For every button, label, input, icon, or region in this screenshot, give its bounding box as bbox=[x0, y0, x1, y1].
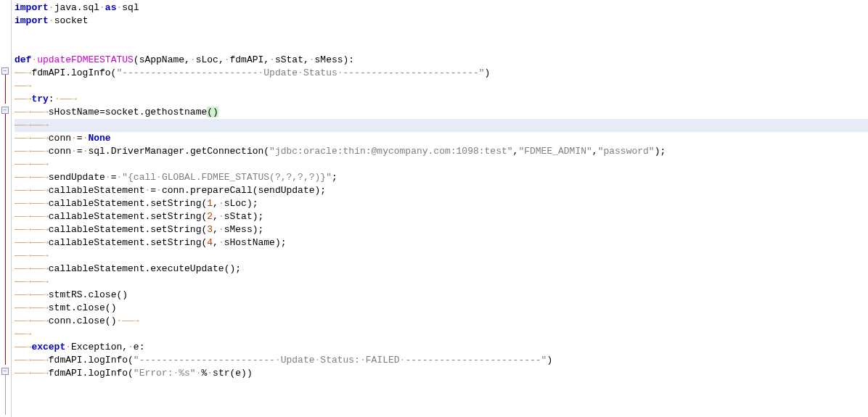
code-token: GLOBAL.FDMEE_STATUS(?,?,?,?)}" bbox=[162, 172, 332, 183]
code-token: ------------------------" bbox=[405, 355, 546, 366]
code-line[interactable]: ——→ bbox=[15, 80, 868, 93]
whitespace-tab: ——→ bbox=[15, 224, 31, 235]
whitespace-space: · bbox=[218, 198, 224, 209]
code-token: ) bbox=[546, 355, 552, 366]
whitespace-tab: ——→ bbox=[31, 146, 48, 157]
code-line[interactable]: ——→ bbox=[15, 328, 868, 341]
code-line[interactable]: ——→except·Exception,·e: bbox=[15, 341, 868, 354]
code-line-current[interactable]: ——→——→ bbox=[15, 119, 868, 132]
whitespace-tab: ——→ bbox=[31, 237, 48, 248]
code-token: ; bbox=[332, 172, 337, 183]
whitespace-tab: ——→ bbox=[15, 211, 31, 222]
whitespace-tab: ——→ bbox=[15, 133, 31, 144]
whitespace-tab: ——→ bbox=[31, 120, 48, 131]
code-token: sHostName=socket.gethostname bbox=[49, 107, 207, 117]
code-line[interactable]: ——→——→fdmAPI.logInfo("Error:·%s"·%·str(e… bbox=[15, 367, 868, 380]
code-token: sStat); bbox=[224, 211, 264, 222]
whitespace-space: · bbox=[156, 185, 162, 196]
code-token: FAILED bbox=[366, 355, 400, 366]
whitespace-space: · bbox=[218, 224, 224, 235]
code-token: ( bbox=[207, 107, 213, 117]
code-token: sLoc); bbox=[224, 198, 258, 209]
code-line[interactable]: ——→——→sendUpdate·=·"{call·GLOBAL.FDMEE_S… bbox=[15, 171, 868, 184]
code-line[interactable]: ——→——→conn.close()·——→ bbox=[15, 315, 868, 328]
whitespace-tab: ——→ bbox=[15, 289, 31, 300]
code-token: e: bbox=[134, 342, 145, 352]
code-line[interactable]: import·socket bbox=[15, 15, 868, 28]
code-token: = bbox=[77, 146, 83, 157]
whitespace-space: · bbox=[190, 54, 196, 65]
code-token: callableStatement.setString( bbox=[49, 211, 207, 222]
whitespace-tab: ——→ bbox=[15, 329, 31, 339]
code-token: sHostName); bbox=[224, 237, 287, 248]
code-line[interactable]: ——→——→callableStatement.setString(1,·sLo… bbox=[15, 197, 868, 210]
code-token: = bbox=[77, 133, 83, 144]
whitespace-space: · bbox=[218, 211, 224, 222]
code-token: "jdbc:oracle:thin:@mycompany.com:1098:te… bbox=[269, 146, 512, 157]
whitespace-space: · bbox=[337, 67, 343, 78]
whitespace-tab: ——→ bbox=[15, 276, 31, 287]
code-line[interactable] bbox=[15, 41, 868, 54]
code-token: fdmAPI.logInfo( bbox=[31, 67, 116, 78]
code-line[interactable]: def·updateFDMEESTATUS(sAppName,·sLoc,·fd… bbox=[15, 54, 868, 67]
code-token: ) bbox=[485, 67, 491, 78]
code-token: fdmAPI, bbox=[230, 54, 270, 65]
code-token: callableStatement.executeUpdate(); bbox=[49, 263, 241, 274]
code-line[interactable]: ——→——→conn·=·sql.DriverManager.getConnec… bbox=[15, 145, 868, 158]
fold-toggle[interactable]: − bbox=[1, 368, 9, 375]
code-line[interactable]: ——→——→ bbox=[15, 249, 868, 263]
fold-toggle[interactable]: − bbox=[1, 67, 9, 75]
whitespace-space: · bbox=[218, 237, 224, 248]
whitespace-space: · bbox=[105, 172, 111, 183]
whitespace-space: · bbox=[71, 133, 77, 144]
code-editor[interactable]: import·java.sql·as·sqlimport·socketdef·u… bbox=[12, 0, 868, 417]
code-line[interactable]: ——→——→stmt.close() bbox=[15, 302, 868, 315]
code-line[interactable]: ——→——→sHostName=socket.gethostname() bbox=[15, 106, 868, 119]
code-line[interactable]: ——→——→callableStatement.setString(4,·sHo… bbox=[15, 236, 868, 249]
code-line[interactable]: import·java.sql·as·sql bbox=[15, 1, 868, 15]
code-token: conn.prepareCall(sendUpdate); bbox=[162, 185, 326, 196]
code-line[interactable]: ——→——→fdmAPI.logInfo("------------------… bbox=[15, 354, 868, 367]
whitespace-tab: ——→ bbox=[31, 133, 48, 144]
fold-toggle[interactable]: − bbox=[1, 107, 9, 114]
whitespace-tab: ——→ bbox=[15, 355, 31, 366]
code-token: updateFDMEESTATUS bbox=[37, 54, 134, 65]
whitespace-tab: ——→ bbox=[31, 159, 48, 170]
code-line[interactable]: ——→——→ bbox=[15, 158, 868, 171]
code-line[interactable]: ——→——→ bbox=[15, 276, 868, 289]
code-line[interactable]: ——→——→callableStatement.setString(2,·sSt… bbox=[15, 210, 868, 223]
code-token: sStat, bbox=[275, 54, 309, 65]
whitespace-space: · bbox=[224, 54, 230, 65]
whitespace-space: · bbox=[99, 2, 105, 13]
code-token: callableStatement.setString( bbox=[49, 237, 207, 248]
code-line[interactable]: ——→fdmAPI.logInfo("---------------------… bbox=[15, 67, 868, 80]
code-line[interactable]: ——→——→conn·=·None bbox=[15, 132, 868, 145]
code-token: "FDMEE_ADMIN" bbox=[518, 146, 591, 157]
code-token: : bbox=[49, 94, 54, 104]
whitespace-tab: ——→ bbox=[31, 211, 48, 222]
code-token: fdmAPI.logInfo( bbox=[49, 355, 134, 366]
whitespace-space: · bbox=[71, 146, 77, 157]
code-token: stmt.close() bbox=[49, 302, 117, 313]
whitespace-tab: ——→ bbox=[31, 315, 48, 326]
whitespace-tab: ——→ bbox=[15, 172, 31, 183]
code-token: stmtRS.close() bbox=[49, 289, 128, 300]
whitespace-tab: ——→ bbox=[15, 302, 31, 313]
code-token: as bbox=[105, 2, 117, 13]
code-token: Status bbox=[303, 67, 337, 78]
whitespace-tab: ——→ bbox=[15, 80, 31, 91]
fold-guide bbox=[5, 75, 6, 104]
code-token: try bbox=[31, 94, 48, 104]
whitespace-space: · bbox=[207, 368, 213, 379]
code-line[interactable]: ——→——→stmtRS.close() bbox=[15, 289, 868, 302]
code-token: Status: bbox=[320, 355, 360, 366]
whitespace-space: · bbox=[275, 355, 281, 366]
code-line[interactable]: ——→——→callableStatement.executeUpdate(); bbox=[15, 263, 868, 276]
code-line[interactable] bbox=[15, 28, 868, 41]
code-line[interactable]: ——→try:·——→ bbox=[15, 93, 868, 106]
code-line[interactable]: ——→——→callableStatement.setString(3,·sMe… bbox=[15, 223, 868, 236]
whitespace-space: · bbox=[360, 355, 366, 366]
code-line[interactable]: ——→——→callableStatement·=·conn.prepareCa… bbox=[15, 184, 868, 197]
code-token: sMess): bbox=[315, 54, 355, 65]
code-token: , bbox=[213, 198, 218, 209]
